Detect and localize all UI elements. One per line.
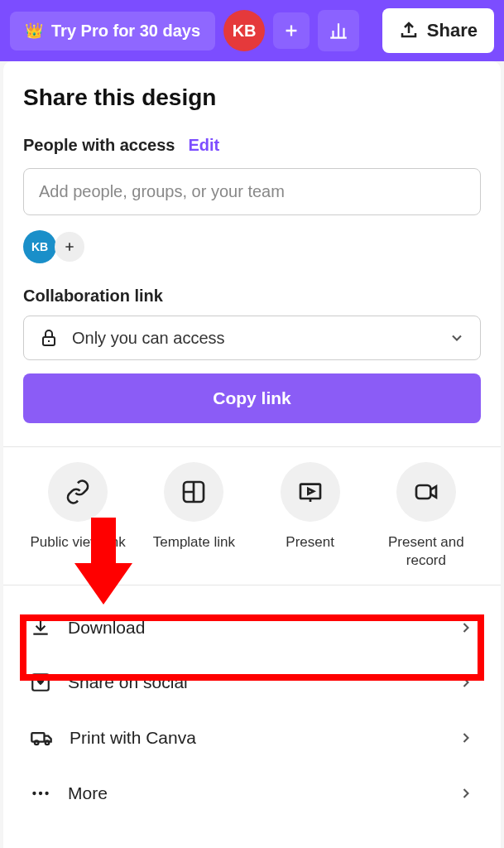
action-label: Public view link xyxy=(23,533,132,552)
upload-icon xyxy=(399,21,419,41)
share-panel: Share this design People with access Edi… xyxy=(3,61,501,848)
list-label: More xyxy=(68,783,441,803)
member-initials: KB xyxy=(31,240,48,253)
more-icon xyxy=(30,783,51,804)
lock-icon xyxy=(39,328,59,348)
collab-link-selector[interactable]: Only you can access xyxy=(23,316,481,360)
member-avatar[interactable]: KB xyxy=(23,230,56,263)
try-pro-button[interactable]: 👑 Try Pro for 30 days xyxy=(10,12,215,51)
copy-link-button[interactable]: Copy link xyxy=(23,373,481,423)
analytics-button[interactable] xyxy=(318,10,359,51)
chevron-down-icon xyxy=(449,330,465,346)
action-label: Template link xyxy=(139,533,248,552)
access-avatars: KB xyxy=(23,230,481,263)
list-item-share-social[interactable]: Share on social xyxy=(23,655,481,710)
avatar[interactable]: KB xyxy=(223,10,265,51)
copy-link-label: Copy link xyxy=(213,388,291,407)
crown-icon: 👑 xyxy=(25,22,43,40)
collab-value: Only you can access xyxy=(72,329,435,348)
template-icon xyxy=(180,479,207,505)
add-member-button[interactable] xyxy=(55,232,84,262)
chevron-right-icon xyxy=(458,730,474,746)
avatar-initials: KB xyxy=(233,22,257,41)
list-item-more[interactable]: More xyxy=(23,766,481,821)
collab-link-label: Collaboration link xyxy=(23,287,481,306)
link-icon xyxy=(65,479,91,505)
svg-rect-3 xyxy=(416,485,430,499)
action-template-link[interactable]: Template link xyxy=(139,462,248,570)
action-present-record[interactable]: Present and record xyxy=(372,462,481,570)
action-public-view-link[interactable]: Public view link xyxy=(23,462,132,570)
chart-icon xyxy=(328,20,349,41)
chevron-right-icon xyxy=(458,785,474,802)
svg-point-7 xyxy=(46,741,50,745)
people-access-label: People with access xyxy=(23,136,175,155)
plus-icon xyxy=(282,22,300,40)
list-item-print[interactable]: Print with Canva xyxy=(23,710,481,766)
download-icon xyxy=(30,617,51,638)
plus-icon xyxy=(63,240,76,253)
edit-access-link[interactable]: Edit xyxy=(188,136,219,155)
divider xyxy=(3,446,501,447)
divider xyxy=(3,585,501,585)
action-label: Present xyxy=(256,533,365,552)
share-label: Share xyxy=(427,20,478,41)
list-label: Share on social xyxy=(68,672,441,692)
svg-point-9 xyxy=(39,792,42,795)
add-people-input[interactable] xyxy=(23,168,481,215)
chevron-right-icon xyxy=(458,619,474,636)
svg-point-8 xyxy=(32,792,36,795)
action-label: Present and record xyxy=(372,533,481,570)
try-pro-label: Try Pro for 30 days xyxy=(51,22,200,41)
svg-point-6 xyxy=(35,741,39,745)
truck-icon xyxy=(30,726,53,749)
share-button[interactable]: Share xyxy=(382,8,494,53)
chevron-right-icon xyxy=(458,674,474,691)
add-button[interactable] xyxy=(273,12,310,49)
heart-icon xyxy=(30,672,51,693)
list-item-download[interactable]: Download xyxy=(23,600,481,655)
svg-point-10 xyxy=(45,792,48,795)
top-bar: 👑 Try Pro for 30 days KB Share xyxy=(0,0,504,61)
panel-title: Share this design xyxy=(23,84,481,111)
record-icon xyxy=(413,479,439,505)
present-icon xyxy=(297,479,324,505)
action-present[interactable]: Present xyxy=(256,462,365,570)
svg-rect-2 xyxy=(300,484,320,499)
list-label: Download xyxy=(68,618,441,638)
list-label: Print with Canva xyxy=(70,728,441,748)
action-grid: Public view link Template link Present P… xyxy=(23,462,481,570)
